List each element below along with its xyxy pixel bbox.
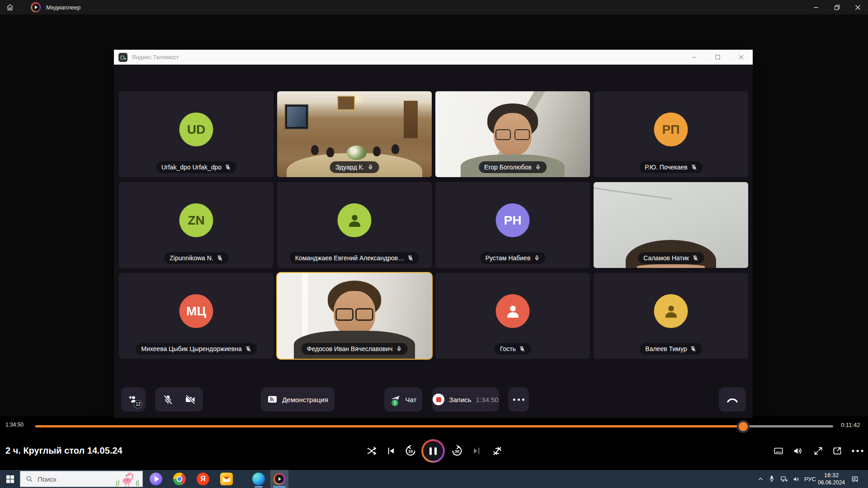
participant-tile[interactable]: ZN Zipunnikowa N.: [119, 182, 274, 268]
chat-label: Чат: [406, 396, 417, 404]
more-options-button[interactable]: [508, 387, 529, 412]
taskbar: Поиск Я РУС 16:32 06.06.2024: [0, 470, 868, 488]
pause-ring: [421, 439, 445, 463]
media-player-icon: [274, 473, 285, 485]
start-button[interactable]: [0, 470, 20, 488]
pause-button[interactable]: [421, 439, 445, 463]
leave-call-button[interactable]: [719, 387, 746, 412]
transport-controls: 10 30: [0, 439, 868, 463]
close-button[interactable]: [847, 0, 868, 14]
shuffle-button[interactable]: [366, 446, 377, 456]
previous-icon: [386, 446, 396, 456]
search-input[interactable]: Поиск: [20, 471, 143, 487]
mic-muted-icon: [519, 346, 525, 352]
mic-off-button[interactable]: [163, 394, 173, 405]
fullscreen-button[interactable]: [813, 446, 824, 456]
participant-tile[interactable]: Эдуард К.: [277, 91, 432, 177]
chat-button[interactable]: 1 Чат: [384, 387, 422, 412]
participant-name-pill: Егор Боголюбов: [479, 161, 547, 173]
tray-network[interactable]: [778, 470, 790, 488]
participant-tile[interactable]: Валеев Тимур: [594, 273, 748, 359]
rewind-10-button[interactable]: 10: [405, 445, 417, 457]
forward-30-icon: 30: [451, 445, 463, 457]
forward-30-button[interactable]: 30: [451, 445, 463, 457]
taskbar-app-yandex-mail[interactable]: [217, 470, 236, 488]
video-stage[interactable]: Яндекс.Телемост UD Urfak_dpo Urfak_dpo: [0, 14, 868, 416]
telemost-maximize-button[interactable]: [706, 50, 729, 65]
seek-bar[interactable]: [35, 425, 833, 427]
taskbar-app-edge[interactable]: [250, 470, 268, 488]
language-label: РУС: [804, 476, 816, 483]
microphone-icon: [768, 475, 775, 483]
participant-tile[interactable]: МЦ Михеева Цыбик Цырендоржиевна: [119, 273, 274, 359]
tray-language-indicator[interactable]: РУС: [802, 470, 818, 488]
record-label: Запись: [449, 396, 471, 404]
taskbar-app-chrome[interactable]: [170, 470, 189, 488]
participant-tile[interactable]: Команджаев Евгений Александров…: [277, 182, 432, 268]
app-title: Медиаплеер: [46, 4, 80, 11]
telemost-titlebar: Яндекс.Телемост: [114, 50, 753, 65]
repeat-off-icon: [492, 446, 503, 456]
subtitles-button[interactable]: [774, 446, 784, 456]
player-more-button[interactable]: [852, 450, 863, 452]
next-track-button[interactable]: [472, 446, 481, 456]
chevron-up-icon: [757, 476, 764, 483]
tray-chevron-button[interactable]: [754, 470, 767, 488]
record-button[interactable]: Запись 1:34:50: [432, 387, 499, 412]
minimize-button[interactable]: [806, 0, 826, 14]
telemost-close-button[interactable]: [729, 50, 753, 65]
record-time: 1:34:50: [476, 396, 499, 404]
rewind-10-icon: 10: [405, 445, 417, 457]
mic-muted-icon: [690, 346, 697, 352]
more-dots-icon: [513, 399, 524, 401]
restore-button[interactable]: [826, 0, 847, 14]
mic-on-icon: [367, 164, 373, 170]
camera-off-button[interactable]: [185, 394, 196, 405]
tray-clock[interactable]: 16:32 06.06.2024: [817, 470, 845, 488]
elapsed-time: 1:34:50: [5, 422, 24, 428]
subtitles-icon: [774, 446, 784, 456]
mic-camera-group: [155, 387, 203, 412]
home-icon: [6, 3, 14, 11]
volume-button[interactable]: [793, 446, 803, 456]
media-player-app-icon: [31, 2, 41, 12]
add-participants-button[interactable]: 12: [121, 387, 146, 412]
restore-icon: [834, 5, 840, 10]
taskbar-app-alice[interactable]: [147, 470, 165, 488]
tray-volume[interactable]: [790, 470, 802, 488]
time-label: 16:32: [824, 472, 839, 479]
tray-microphone[interactable]: [766, 470, 778, 488]
taskbar-app-yandex-browser[interactable]: Я: [194, 470, 212, 488]
participant-tile-active-speaker[interactable]: Федосов Иван Вячеславович: [277, 273, 432, 359]
mic-on-icon: [535, 164, 541, 170]
repeat-off-button[interactable]: [492, 446, 503, 456]
participant-tile[interactable]: UD Urfak_dpo Urfak_dpo: [119, 91, 274, 177]
taskbar-app-media-player[interactable]: [270, 470, 288, 488]
remaining-time: 0:11:42: [841, 422, 860, 428]
telemost-minimize-button[interactable]: [682, 50, 706, 65]
picture-in-picture-icon: [832, 446, 843, 456]
svg-text:10: 10: [408, 449, 413, 454]
participant-tile[interactable]: Егор Боголюбов: [435, 91, 590, 177]
participant-name-pill: Zipunnikowa N.: [164, 252, 228, 264]
share-screen-icon: [267, 394, 278, 405]
seek-thumb[interactable]: [737, 420, 750, 433]
previous-track-button[interactable]: [386, 446, 396, 456]
participant-name: Федосов Иван Вячеславович: [307, 345, 393, 352]
alice-icon: [150, 473, 162, 485]
tray-notifications-button[interactable]: [847, 470, 863, 488]
avatar: [338, 203, 372, 237]
participant-tile[interactable]: РП Р.Ю. Почекаев: [594, 91, 748, 177]
participant-tile[interactable]: Саламов Натик: [594, 182, 748, 268]
close-icon: [855, 5, 861, 10]
participant-tile[interactable]: РН Рустам Набиев: [435, 182, 590, 268]
seek-progress: [35, 425, 743, 427]
camera-off-icon: [185, 394, 196, 405]
avatar: МЦ: [179, 294, 213, 328]
windows-logo-icon: [6, 475, 14, 483]
participant-tile[interactable]: Гость: [435, 273, 590, 359]
home-button[interactable]: [0, 0, 20, 14]
participant-name: Саламов Натик: [643, 254, 689, 262]
mini-player-button[interactable]: [832, 446, 843, 456]
share-screen-button[interactable]: Демонстрация: [261, 387, 335, 412]
